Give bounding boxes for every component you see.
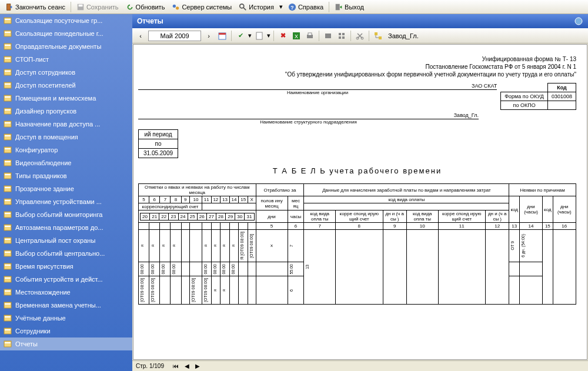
sidebar-item-icon bbox=[4, 198, 12, 206]
sidebar-item-icon bbox=[4, 340, 12, 348]
data-cell: 08:00 bbox=[139, 262, 149, 276]
preview-button[interactable] bbox=[253, 30, 265, 42]
svg-rect-24 bbox=[5, 96, 11, 98]
sidebar-item-label: Доступ посетителей bbox=[15, 82, 76, 89]
sidebar-item[interactable]: Управление устройствами ... bbox=[0, 195, 132, 208]
sidebar-item[interactable]: Скользящие понедельные г... bbox=[0, 27, 132, 40]
data-cell bbox=[519, 262, 542, 276]
report-viewport[interactable]: Унифицированная форма № Т- 13 Постановле… bbox=[133, 44, 587, 360]
date-next-button[interactable]: › bbox=[203, 30, 215, 42]
server-button[interactable]: Сервер системы bbox=[169, 2, 235, 12]
data-cell: Я [ОТ09 08:00] bbox=[239, 230, 248, 262]
sidebar-item[interactable]: Центральный пост охраны bbox=[0, 234, 132, 247]
dropdown-arrow-2[interactable]: ▾ bbox=[248, 32, 252, 39]
save-button[interactable]: Сохранить bbox=[74, 2, 122, 12]
sidebar-item[interactable]: Выбор событий мониторинга bbox=[0, 208, 132, 221]
blank-cell bbox=[171, 223, 181, 230]
status-bar: Стр. 1/109 ⏮ ◀ ▶ bbox=[132, 360, 588, 371]
sidebar: Скользящие посуточные гр...Скользящие по… bbox=[0, 14, 132, 371]
sidebar-item[interactable]: Доступ посетителей bbox=[0, 79, 132, 92]
sidebar-item-icon bbox=[4, 146, 12, 154]
sidebar-item[interactable]: Типы праздников bbox=[0, 169, 132, 182]
sidebar-item[interactable]: Время присутствия bbox=[0, 260, 132, 273]
data-cell: х bbox=[256, 230, 288, 262]
sidebar-item[interactable]: Дизайнер пропусков bbox=[0, 105, 132, 118]
sidebar-item[interactable]: Оправдательные документы bbox=[0, 40, 132, 53]
check-button[interactable]: ✔ bbox=[235, 30, 246, 42]
sidebar-item[interactable]: Назначение прав доступа ... bbox=[0, 118, 132, 131]
delete-button[interactable]: ✖ bbox=[277, 30, 289, 42]
sidebar-item[interactable]: Доступ сотрудников bbox=[0, 66, 132, 79]
scissors-icon bbox=[356, 32, 364, 40]
sidebar-item[interactable]: Учётные данные bbox=[0, 312, 132, 325]
data-cell: я bbox=[171, 230, 181, 262]
data-cell bbox=[509, 276, 520, 305]
sidebar-item[interactable]: Местонахождение bbox=[0, 286, 132, 299]
svg-rect-19 bbox=[4, 69, 11, 75]
sidebar-item[interactable]: Прозрачное здание bbox=[0, 182, 132, 195]
sidebar-item-icon bbox=[4, 301, 12, 309]
globe-icon bbox=[574, 16, 583, 26]
view1-button[interactable] bbox=[322, 30, 334, 42]
top-toolbar: Закончить сеанс Сохранить Обновить Серве… bbox=[0, 0, 588, 14]
next-page-button[interactable]: ▶ bbox=[193, 363, 202, 369]
cut-button[interactable] bbox=[354, 30, 366, 42]
data-cell bbox=[181, 230, 189, 262]
dropdown-arrow-3[interactable]: ▾ bbox=[267, 32, 270, 39]
calendar-button[interactable] bbox=[216, 30, 228, 42]
prev-page-button[interactable]: ◀ bbox=[183, 363, 191, 369]
sidebar-item[interactable]: Сотрудники bbox=[0, 325, 132, 337]
sidebar-item[interactable]: Выбор событий центрально... bbox=[0, 247, 132, 260]
first-page-button[interactable]: ⏮ bbox=[171, 363, 181, 369]
sidebar-item-icon bbox=[4, 249, 12, 258]
refresh-button[interactable]: Обновить bbox=[123, 2, 168, 12]
report-title-bar: Отчеты bbox=[132, 14, 588, 28]
sidebar-item-label: Скользящие посуточные гр... bbox=[15, 17, 102, 24]
data-cell bbox=[553, 230, 576, 305]
help-button[interactable]: ? Справка bbox=[285, 2, 326, 12]
print-button[interactable] bbox=[304, 30, 316, 42]
svg-point-5 bbox=[176, 6, 179, 9]
svg-rect-13 bbox=[4, 31, 11, 36]
sidebar-item-icon bbox=[4, 236, 12, 245]
view2-button[interactable] bbox=[336, 30, 348, 42]
data-cell: 55:00 bbox=[288, 262, 304, 276]
date-display[interactable]: Май 2009 bbox=[148, 31, 201, 41]
sidebar-item[interactable]: Конфигуратор bbox=[0, 143, 132, 156]
sidebar-item-label: Отчеты bbox=[15, 340, 38, 347]
day-header: 5 bbox=[139, 196, 149, 203]
sidebar-item[interactable]: События устройств и дейст... bbox=[0, 273, 132, 286]
sidebar-item[interactable]: Скользящие посуточные гр... bbox=[0, 14, 132, 27]
history-button[interactable]: История bbox=[236, 2, 277, 12]
sidebar-item[interactable]: Видеонаблюдение bbox=[0, 156, 132, 169]
svg-rect-51 bbox=[4, 276, 11, 282]
sidebar-item[interactable]: Временная замена учетны... bbox=[0, 299, 132, 312]
print-icon bbox=[306, 32, 314, 40]
sidebar-item[interactable]: СТОП-лист bbox=[0, 53, 132, 66]
data-cell bbox=[181, 262, 189, 276]
data-cell bbox=[509, 262, 520, 276]
data-cell bbox=[181, 276, 189, 305]
day-header-2: 27 bbox=[206, 213, 216, 220]
sidebar-item[interactable]: Автозамена параметров до... bbox=[0, 221, 132, 234]
tree-button[interactable] bbox=[372, 30, 384, 42]
svg-rect-21 bbox=[4, 82, 11, 88]
blank-cell bbox=[202, 223, 211, 230]
sidebar-item-label: Выбор событий мониторинга bbox=[15, 211, 102, 218]
sidebar-item[interactable]: Отчеты bbox=[0, 337, 132, 350]
exit-button[interactable]: Выход bbox=[332, 2, 367, 12]
svg-rect-43 bbox=[4, 225, 11, 230]
sidebar-item[interactable]: Доступ в помещения bbox=[0, 131, 132, 143]
sidebar-item-icon bbox=[4, 275, 12, 283]
end-session-button[interactable]: Закончить сеанс bbox=[2, 2, 68, 12]
dropdown-arrow[interactable]: ▾ bbox=[279, 3, 283, 11]
sidebar-item-label: СТОП-лист bbox=[15, 56, 49, 63]
excel-button[interactable]: X bbox=[290, 30, 302, 42]
svg-rect-30 bbox=[5, 135, 11, 136]
timesheet-table: Отметки о явках и неявках на работу по ч… bbox=[138, 183, 576, 305]
sidebar-item[interactable]: Помещения и мнемосхема bbox=[0, 92, 132, 105]
form-line-2: Постановление Госкомстата РФ от 5 января… bbox=[138, 63, 576, 71]
data-cell bbox=[256, 262, 288, 276]
date-prev-button[interactable]: ‹ bbox=[135, 30, 146, 42]
svg-rect-66 bbox=[256, 32, 262, 39]
